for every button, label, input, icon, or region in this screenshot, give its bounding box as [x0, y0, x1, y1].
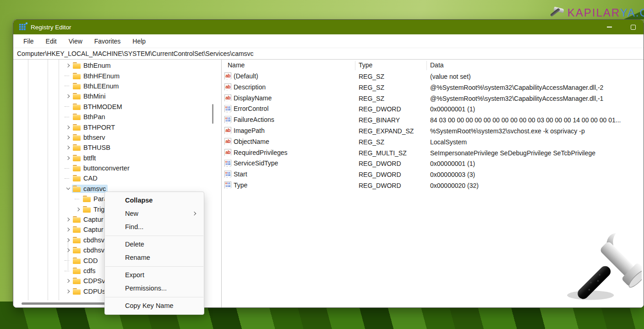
tree-node-cbdhsv[interactable]: cbdhsv [72, 236, 106, 244]
chevron-right-icon[interactable] [65, 144, 72, 151]
chevron-right-icon[interactable] [65, 134, 72, 141]
tree-node-label: BthPan [83, 113, 105, 121]
titlebar[interactable]: Registry Editor [13, 20, 644, 34]
value-type: REG_SZ [359, 95, 384, 102]
column-divider[interactable] [426, 61, 427, 70]
value-row[interactable]: abImagePathREG_EXPAND_SZ%SystemRoot%\sys… [222, 126, 644, 137]
minimize-button[interactable] [599, 20, 620, 34]
tree-node-bthport[interactable]: BTHPORT [72, 123, 117, 132]
tree-horizontal-scrollbar[interactable] [22, 302, 107, 305]
tree-node-bthleenum[interactable]: BthLEEnum [72, 82, 120, 90]
tree-node-cdd[interactable]: CDD [72, 257, 99, 265]
tree-vertical-scrollbar[interactable] [212, 104, 214, 124]
tree-node-bthhfenum[interactable]: BthHFEnum [72, 72, 121, 80]
tree-node-label: cbdhsv [83, 236, 104, 244]
value-type: REG_DWORD [359, 182, 401, 189]
tree-node-camsvc[interactable]: camsvc [72, 185, 108, 193]
tree-node-cdpsv[interactable]: CDPSv [72, 277, 107, 285]
value-row[interactable]: abDescriptionREG_SZ@%SystemRoot%\system3… [222, 82, 644, 93]
chevron-right-icon[interactable] [75, 206, 82, 213]
column-header-name[interactable]: Name [228, 61, 245, 69]
value-name: (Default) [234, 72, 258, 80]
column-header-type[interactable]: Type [359, 61, 372, 69]
folder-icon [73, 104, 81, 110]
tree-node-label: CAD [83, 175, 98, 182]
chevron-right-icon[interactable] [65, 154, 72, 162]
context-menu-item-delete[interactable]: Delete [105, 238, 204, 251]
tree-node-bthserv[interactable]: bthserv [72, 133, 107, 142]
tree-node-trig[interactable]: Trig [82, 205, 106, 214]
list-header: Name Type Data [222, 60, 644, 71]
value-row[interactable]: abDisplayNameREG_SZ@%SystemRoot%\system3… [222, 93, 644, 104]
tree-node-buttonconverter[interactable]: buttonconverter [72, 164, 131, 172]
tree-node-cbdhsv[interactable]: cbdhsv [72, 246, 106, 254]
chevron-right-icon[interactable] [65, 247, 72, 254]
context-menu-item-rename[interactable]: Rename [105, 251, 204, 264]
tree-node-captur[interactable]: Captur [72, 225, 105, 234]
tree-node-bthusb[interactable]: BTHUSB [72, 143, 112, 152]
chevron-right-icon[interactable] [65, 226, 72, 233]
chevron-right-icon[interactable] [65, 124, 72, 131]
tree-node-captur[interactable]: Captur [72, 215, 105, 224]
tree-node-bthenum[interactable]: BthEnum [72, 61, 113, 70]
value-row[interactable]: 011110ServiceSidTypeREG_DWORD0x00000001 … [222, 159, 644, 170]
context-menu-item-collapse[interactable]: Collapse [105, 194, 204, 207]
tree-node-label: camsvc [83, 185, 106, 192]
value-row[interactable]: ab(Default)REG_SZ(value not set) [222, 71, 644, 82]
tree-node-bthmini[interactable]: BthMini [72, 92, 107, 100]
tree-row: CAD [13, 173, 214, 183]
value-name: ErrorControl [234, 105, 268, 112]
tree-node-bttflt[interactable]: bttflt [72, 154, 98, 162]
registry-values-pane: Name Type Data ab(Default)REG_SZ(value n… [222, 60, 644, 307]
value-row[interactable]: 011110TypeREG_DWORD0x00000020 (32) [222, 181, 644, 192]
tree-node-label: Captur [83, 226, 104, 233]
menu-separator [105, 266, 203, 267]
chevron-right-icon[interactable] [65, 288, 72, 295]
menubar-item-view[interactable]: View [63, 38, 88, 45]
value-row[interactable]: 011110StartREG_DWORD0x00000003 (3) [222, 170, 644, 181]
watermark-text-right: YA.C [620, 6, 644, 19]
value-data: LocalSystem [430, 138, 467, 146]
chevron-right-icon[interactable] [65, 236, 72, 244]
address-bar[interactable]: Computer\HKEY_LOCAL_MACHINE\SYSTEM\Curre… [13, 48, 644, 60]
tree-node-bthmodem[interactable]: BTHMODEM [72, 103, 124, 111]
column-divider[interactable] [355, 61, 355, 70]
folder-icon [73, 278, 81, 284]
tree-node-cdpus[interactable]: CDPUs [72, 287, 107, 296]
tree-node-label: Captur [83, 216, 104, 223]
maximize-button[interactable] [622, 20, 644, 34]
context-menu-item-find[interactable]: Find... [105, 220, 204, 234]
value-name: FailureActions [234, 116, 274, 123]
menubar-item-file[interactable]: File [17, 38, 40, 45]
chevron-right-icon[interactable] [65, 93, 72, 100]
chevron-right-icon[interactable] [65, 62, 72, 69]
folder-icon [73, 216, 81, 223]
value-row[interactable]: abRequiredPrivilegesREG_MULTI_SZSeImpers… [222, 148, 644, 159]
folder-icon [73, 83, 81, 89]
menubar-item-edit[interactable]: Edit [40, 38, 63, 45]
value-row[interactable]: 011110FailureActionsREG_BINARY84 03 00 0… [222, 115, 644, 126]
value-name: DisplayName [234, 94, 272, 102]
chevron-right-icon[interactable] [65, 216, 72, 223]
menubar-item-help[interactable]: Help [126, 38, 152, 45]
tree-node-label: CDD [83, 257, 98, 264]
value-row[interactable]: abObjectNameREG_SZLocalSystem [222, 137, 644, 148]
folder-icon [73, 155, 81, 161]
value-row[interactable]: 011110ErrorControlREG_DWORD0x00000001 (1… [222, 104, 644, 115]
chevron-down-icon[interactable] [65, 185, 72, 192]
value-data: 0x00000003 (3) [430, 171, 475, 178]
tree-node-label: BthEnum [83, 62, 111, 69]
string-value-icon: ab [224, 83, 231, 91]
tree-node-cad[interactable]: CAD [72, 174, 99, 182]
context-menu-item-new[interactable]: New [105, 207, 204, 220]
tree-node-label: BTHMODEM [83, 103, 122, 110]
menubar-item-favorites[interactable]: Favorites [88, 38, 127, 45]
context-menu-item-export[interactable]: Export [105, 269, 204, 282]
tree-node-cdfs[interactable]: cdfs [72, 267, 98, 275]
column-header-data[interactable]: Data [430, 61, 444, 69]
chevron-right-icon[interactable] [65, 277, 72, 285]
site-watermark: KAPILARYA.C [550, 6, 644, 19]
context-menu-item-copy-key-name[interactable]: Copy Key Name [105, 299, 204, 313]
tree-node-bthpan[interactable]: BthPan [72, 113, 107, 121]
context-menu-item-permissions[interactable]: Permissions... [105, 282, 204, 295]
